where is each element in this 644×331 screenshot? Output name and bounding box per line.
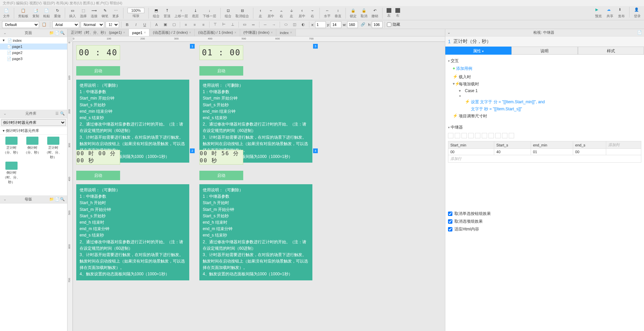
collapse-icon[interactable]: ⌄ bbox=[2, 31, 7, 35]
tree-page1[interactable]: 📄page1 bbox=[0, 44, 67, 50]
start-button[interactable]: 启动 bbox=[76, 66, 120, 76]
x-input[interactable] bbox=[315, 21, 326, 28]
widget-timer-3[interactable]: 00 时 00 分 00 秒 2 启动 使用说明：（可删除） 1：中继器参数 S… bbox=[76, 150, 189, 280]
rep-tool-icon[interactable] bbox=[468, 133, 474, 138]
search-icon[interactable]: 🔍 bbox=[60, 111, 65, 116]
section-interactions[interactable]: 交互 bbox=[448, 57, 641, 65]
description-box[interactable]: 使用说明：（可删除） 1：中继器参数 Start_h 开始时 Start_m 开… bbox=[76, 184, 189, 280]
close-icon[interactable]: × bbox=[189, 31, 191, 34]
check-radio-group[interactable] bbox=[448, 212, 452, 216]
h-input[interactable] bbox=[372, 21, 383, 28]
tb-dist-h[interactable]: ↔水平 bbox=[323, 7, 332, 19]
lib-menu-icon[interactable]: ☰ bbox=[55, 111, 59, 116]
add-folder-icon[interactable]: 📁 bbox=[49, 197, 54, 202]
collapse-icon[interactable]: ⌄ bbox=[2, 197, 7, 202]
start-button[interactable]: 启动 bbox=[199, 66, 243, 76]
add-case-link[interactable]: 添加用例 bbox=[448, 65, 641, 74]
valign-mid-button[interactable]: ⊢ bbox=[220, 21, 228, 28]
repeater-table[interactable]: Start_min Start_s end_min end_s 添加列 00 4… bbox=[448, 141, 641, 163]
event-each-load[interactable]: ▾⚡每项加载时 bbox=[453, 81, 641, 88]
tb-al-c[interactable]: ⫟居中 bbox=[267, 7, 275, 19]
tb-file[interactable]: 📄文件 bbox=[2, 7, 11, 19]
description-box[interactable]: 使用说明：（可删除） 1：中继器参数 Start_h 开始时 Start_m 开… bbox=[199, 184, 312, 280]
line-style-button[interactable]: ─ bbox=[261, 21, 269, 28]
tree-page2[interactable]: 📄page2 bbox=[0, 50, 67, 56]
close-icon[interactable]: × bbox=[123, 31, 125, 34]
event-case[interactable]: ▾ ⬥Case 1 bbox=[453, 88, 641, 99]
tab[interactable]: 正计时（时、分、秒） (page1)× bbox=[67, 29, 129, 36]
text-color-button[interactable]: A bbox=[153, 21, 160, 28]
close-icon[interactable]: × bbox=[271, 31, 273, 34]
tb-lock[interactable]: 🔒锁定 bbox=[349, 7, 358, 19]
tb-undo[interactable]: ↶撤销 bbox=[370, 7, 379, 19]
close-icon[interactable]: × bbox=[290, 31, 292, 34]
tb-bottom[interactable]: ⤓底层 bbox=[191, 7, 200, 19]
rep-tool-icon[interactable] bbox=[475, 133, 480, 138]
style-select[interactable]: Default bbox=[2, 21, 39, 28]
lib-item[interactable]: 倒计时（分、秒） bbox=[23, 137, 42, 160]
tb-select[interactable]: ⬚选择 bbox=[79, 7, 88, 19]
rep-tool-icon[interactable] bbox=[448, 133, 453, 138]
tb-insert[interactable]: ▭插入 bbox=[68, 7, 77, 19]
add-folder-icon[interactable]: 📁 bbox=[49, 31, 54, 35]
w-input[interactable] bbox=[347, 21, 358, 28]
weight-select[interactable]: Normal bbox=[81, 21, 104, 28]
tree-page3[interactable]: 📄page3 bbox=[0, 56, 67, 62]
tb-redo[interactable]: ↻重做 bbox=[53, 7, 62, 19]
tb-al-m[interactable]: ⫞居中 bbox=[298, 7, 306, 19]
event-load[interactable]: ⚡载入时 bbox=[453, 74, 641, 81]
close-icon[interactable]: × bbox=[234, 31, 236, 34]
event-action[interactable]: ⚡设置 文字于 分 = "[[Item.Start_min]]", and bbox=[453, 99, 641, 106]
collapse-icon[interactable]: ⌄ bbox=[2, 111, 7, 116]
tb-pad-l[interactable]: 左 bbox=[386, 8, 392, 18]
check-fit-html[interactable] bbox=[448, 227, 452, 231]
tb-al-b[interactable]: ⫟右 bbox=[308, 7, 316, 19]
timer-display[interactable]: 00 时 56 分 00 秒 bbox=[199, 150, 243, 165]
search-icon[interactable]: 🔍 bbox=[60, 31, 65, 35]
start-button[interactable]: 启动 bbox=[199, 171, 243, 180]
canvas[interactable]: 00 : 40 1 启动 使用说明：（可删除） 1：中继器参数 Start_mi… bbox=[73, 42, 445, 331]
tab[interactable]: index× bbox=[276, 29, 296, 36]
opacity-button[interactable]: ◐ bbox=[300, 21, 307, 28]
menubar[interactable]: 文件(F) 编辑(E) 视图(V) 项目(P) 布局(A) 发布(U) 图库(L… bbox=[0, 0, 644, 6]
rep-tool-icon[interactable] bbox=[495, 133, 501, 138]
tb-up[interactable]: ↑上移一层 bbox=[173, 7, 189, 19]
tab-properties[interactable]: 属性 ▾ bbox=[445, 47, 511, 55]
timer-display[interactable]: 00 时 00 分 00 秒 bbox=[76, 150, 120, 165]
underline-button[interactable]: U bbox=[141, 21, 148, 28]
tb-group1[interactable]: ⬒组合 bbox=[152, 7, 161, 19]
tb-pen[interactable]: ✎钢笔 bbox=[101, 7, 109, 19]
rep-tool-icon[interactable] bbox=[502, 133, 507, 138]
check-option-group[interactable] bbox=[448, 219, 452, 224]
tb-clipboard[interactable]: 📋剪贴板 bbox=[17, 7, 29, 19]
rep-tool-icon[interactable] bbox=[455, 133, 460, 138]
border-style-button[interactable]: ▭ bbox=[241, 21, 248, 28]
tab-style[interactable]: 样式 bbox=[578, 47, 644, 55]
valign-bot-button[interactable]: ⊥ bbox=[229, 21, 236, 28]
tb-al-t[interactable]: ⫝左 bbox=[287, 7, 296, 19]
lock-ratio-icon[interactable]: 🔗 bbox=[359, 21, 367, 28]
widget-timer-4[interactable]: 00 时 56 分 00 秒 4 启动 使用说明：（可删除） 1：中继器参数 S… bbox=[199, 150, 312, 280]
tb-ungroup[interactable]: ⊟取消组合 bbox=[234, 7, 250, 19]
arrow-button[interactable]: → bbox=[270, 21, 278, 28]
tb-down[interactable]: ↓下移一层 bbox=[202, 7, 217, 19]
preview-button[interactable]: ▶预览 bbox=[594, 7, 603, 19]
tb-connect[interactable]: ⟿连接 bbox=[90, 7, 99, 19]
collapse-icon[interactable]: ⌄ bbox=[447, 30, 450, 35]
tab[interactable]: page1× bbox=[129, 29, 149, 36]
valign-top-button[interactable]: ⊤ bbox=[212, 21, 219, 28]
event-resize[interactable]: ⚡项目调整尺寸时 bbox=[453, 113, 641, 120]
size-select[interactable]: 13 bbox=[106, 21, 119, 28]
hidden-checkbox[interactable] bbox=[387, 21, 391, 28]
tb-unlock[interactable]: 🔓取消 bbox=[360, 7, 368, 19]
tb-paste[interactable]: 📄粘贴 bbox=[42, 7, 51, 19]
rep-tool-icon[interactable] bbox=[482, 133, 487, 138]
login-button[interactable]: 👤登录 bbox=[633, 7, 642, 19]
timer-display[interactable]: 01 : 00 bbox=[199, 45, 243, 60]
rep-tool-icon[interactable] bbox=[461, 133, 467, 138]
close-icon[interactable]: × bbox=[144, 31, 146, 34]
lib-item[interactable]: 正计时（分、秒） bbox=[2, 137, 21, 160]
italic-button[interactable]: I bbox=[132, 21, 140, 28]
tb-top[interactable]: ⤒置顶 bbox=[163, 7, 171, 19]
add-page-icon[interactable]: 📄 bbox=[55, 31, 59, 35]
